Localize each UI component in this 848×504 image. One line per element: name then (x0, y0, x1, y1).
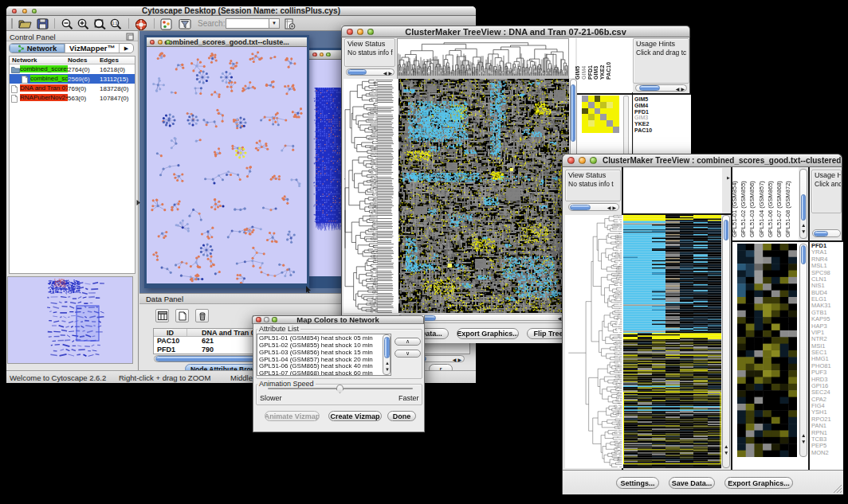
heatmap-vscrollbar[interactable]: ▲▼ (722, 215, 730, 468)
row-dendrogram[interactable] (344, 79, 398, 313)
create-vizmap-button[interactable]: Create Vizmap (328, 411, 382, 421)
global-heatmap[interactable] (398, 79, 569, 313)
close-icon[interactable] (312, 53, 317, 57)
close-icon[interactable] (347, 29, 353, 35)
float-panel-icon[interactable] (126, 33, 134, 41)
minimize-icon[interactable] (320, 53, 324, 57)
zoom-window-icon[interactable] (166, 40, 171, 45)
toolbar-handle[interactable] (11, 18, 13, 29)
node-appearance-icon[interactable] (160, 18, 172, 30)
column-label[interactable]: YKE2 (599, 65, 605, 80)
column-label[interactable]: GPL51-03 (GSM856) (748, 181, 756, 237)
column-label[interactable]: GIM4 (581, 66, 587, 80)
main-title-bar[interactable]: Cytoscape Desktop (Session Name: collins… (6, 6, 476, 16)
minimize-icon[interactable] (357, 29, 363, 35)
zoom-in-icon[interactable] (77, 18, 90, 30)
move-up-button[interactable]: ∧ (395, 338, 421, 346)
treeview2-status-scrollbar[interactable]: ◀▶ (568, 203, 619, 211)
network-view[interactable] (147, 47, 307, 283)
column-label[interactable]: GPL51-06 (GSM865) (767, 181, 774, 237)
column-label[interactable]: GPL51-07 (GSM868) (775, 181, 783, 237)
export-graphics-button[interactable]: Export Graphics... (457, 328, 519, 339)
zoom-heatmap[interactable] (582, 96, 619, 133)
tab-vizmapper[interactable]: VizMapper™ (65, 44, 119, 53)
zoom-window-icon[interactable] (32, 9, 37, 14)
column-dendrogram[interactable] (397, 38, 569, 80)
row-label[interactable]: PFD1 (634, 109, 652, 115)
minimize-icon[interactable] (579, 157, 586, 164)
delete-attribute-icon[interactable] (195, 309, 209, 322)
resize-grip[interactable] (833, 484, 842, 494)
network-table-header[interactable]: Network Nodes Edges (10, 57, 135, 64)
close-icon[interactable] (12, 9, 17, 14)
splitter-collapse-arrow[interactable] (135, 199, 141, 206)
network-table-row[interactable]: combined_scores_2764(0)16218(0) (10, 64, 135, 74)
row-dendrogram[interactable] (565, 215, 623, 468)
treeview2-hints-scrollbar[interactable] (812, 229, 841, 237)
network-table-row[interactable]: combined_sco2569(6)13112(15) (10, 74, 135, 84)
attribute-table-icon[interactable] (155, 309, 169, 322)
zoom-out-icon[interactable] (61, 18, 74, 30)
column-label[interactable]: GPL51-02 (GSM855) (740, 181, 747, 237)
gene-id: PFD1 (154, 346, 187, 354)
search-dropdown-button[interactable]: ▼ (269, 18, 280, 29)
row-label[interactable]: PAC10 (634, 127, 652, 134)
tab-overflow[interactable]: ▶ (119, 44, 133, 53)
column-label[interactable]: GPL51-08 (GSM872) (784, 181, 791, 237)
column-label[interactable]: GPL51-04 (GSM857) (758, 181, 765, 237)
export-graphics-button[interactable]: Export Graphics... (724, 477, 793, 489)
zoom-window-icon[interactable] (590, 157, 597, 164)
minimize-icon[interactable] (22, 9, 27, 14)
column-header-id[interactable]: ID (154, 329, 187, 336)
column-label[interactable]: GPL51-01 (GSM854) (731, 181, 738, 237)
row-label[interactable]: GIM4 (634, 103, 652, 109)
treeview2-title-bar[interactable]: ClusterMaker TreeView : combined_scores_… (562, 154, 842, 167)
row-label[interactable]: YKE2 (634, 121, 652, 127)
settings-button[interactable]: Settings... (616, 477, 659, 489)
zoom-actual-icon[interactable]: 1:1 (109, 18, 123, 30)
column-label[interactable]: GIM5 (575, 66, 580, 80)
zoom-window-icon[interactable] (272, 317, 277, 322)
search-options-icon[interactable] (284, 18, 296, 30)
attribute-list-scrollbar[interactable]: ▲▼ (383, 334, 391, 375)
zoom-window-icon[interactable] (367, 29, 374, 35)
zoom-fit-icon[interactable] (92, 18, 108, 30)
tab-network[interactable]: Network (10, 44, 65, 53)
treeview1-status-scrollbar[interactable]: ◀▶ (346, 68, 395, 76)
minimize-icon[interactable] (264, 317, 269, 322)
zoom-heatmap[interactable] (737, 244, 797, 457)
network-view-window-1[interactable]: combined_scores_good.txt--cluste... (144, 35, 309, 288)
network-table-row[interactable]: RNAPuberNov2+I563(0)107847(0) (10, 93, 135, 103)
help-ring-icon[interactable] (135, 18, 147, 31)
network-overview-panel[interactable] (7, 276, 133, 364)
gene-label[interactable]: MON2 (811, 450, 831, 456)
column-label-scrollbar[interactable]: ▲▼ (799, 169, 807, 239)
network-table-row[interactable]: DNA and Tran 07769(0)183728(0) (10, 84, 135, 93)
column-label[interactable]: PFD1 (587, 65, 593, 80)
zoom-vscrollbar[interactable]: ▲▼ (799, 244, 807, 457)
close-icon[interactable] (150, 40, 155, 45)
minimize-icon[interactable] (158, 40, 163, 45)
open-file-icon[interactable] (18, 18, 33, 29)
close-icon[interactable] (567, 157, 575, 164)
new-attribute-icon[interactable] (175, 309, 189, 322)
global-heatmap[interactable] (623, 215, 721, 468)
attribute-list-item[interactable]: GPL51-07 (GSM868) heat shock 60 min (259, 370, 391, 376)
save-icon[interactable] (37, 18, 49, 29)
move-down-button[interactable]: ∨ (395, 350, 421, 357)
column-label[interactable]: GIM3 (593, 66, 599, 80)
attribute-list[interactable]: GPL51-01 (GSM854) heat shock 05 minGPL51… (257, 334, 391, 376)
close-icon[interactable] (256, 317, 261, 322)
save-data-button[interactable]: Save Data... (669, 477, 715, 489)
zoom-window-icon[interactable] (326, 53, 331, 57)
animate-vizmap-button[interactable]: Animate Vizmap (265, 411, 320, 421)
filter-icon[interactable] (179, 18, 192, 30)
dialog-title-bar[interactable]: Map Colors to Network (252, 315, 424, 324)
search-input[interactable] (226, 18, 269, 29)
treeview1-title-bar[interactable]: ClusterMaker TreeView : DNA and Tran 07-… (341, 25, 690, 37)
row-label[interactable]: GIM3 (634, 115, 652, 121)
column-label[interactable]: PAC10 (606, 62, 611, 80)
row-label[interactable]: GIM5 (634, 96, 652, 103)
treeview1-hints-scrollbar[interactable]: ◀▶ (635, 84, 687, 92)
done-button[interactable]: Done (387, 411, 416, 421)
